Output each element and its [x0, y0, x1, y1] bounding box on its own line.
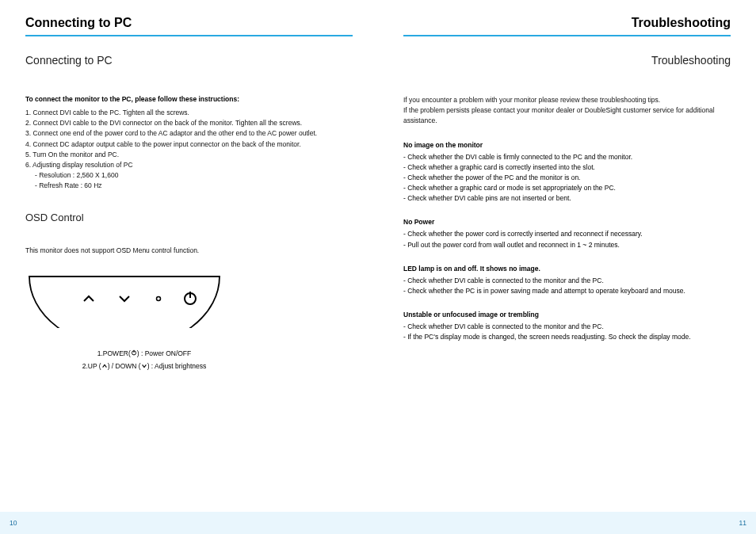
instructions-intro: To connect the monitor to the PC, please… [25, 95, 353, 103]
power-icon [131, 347, 137, 360]
monitor-buttons-illustration [25, 273, 223, 328]
page-footer-right: 11 [378, 512, 756, 534]
tip: - Check whether the power of the PC and … [403, 173, 731, 183]
issue-heading-unstable: Unstable or unfocused image or trembling [403, 311, 731, 318]
right-page: Troubleshooting Troubleshooting If you e… [378, 0, 756, 534]
issue-tips: - Check whether DVI cable is connected t… [403, 322, 731, 342]
issue-heading-no-power: No Power [403, 218, 731, 226]
tip: - Check whether the power cord is correc… [403, 229, 731, 239]
issue-tips: - Check whether the DVI cable is firmly … [403, 152, 731, 204]
tip: - Check whether the DVI cable is firmly … [403, 152, 731, 162]
page-number: 11 [739, 519, 746, 527]
page-number: 10 [10, 519, 17, 527]
step: 6. Adjusting display resolution of PC [25, 160, 353, 170]
issue-tips: - Check whether DVI cable is connected t… [403, 276, 731, 296]
step: 2. Connect DVI cable to the DVI connecto… [25, 118, 353, 128]
legend-power: 1.POWER() : Power ON/OFF [25, 347, 263, 360]
tip: - Check whether a graphic card is correc… [403, 162, 731, 173]
issue-heading-led: LED lamp is on and off. It shows no imag… [403, 265, 731, 273]
svg-point-0 [157, 296, 161, 300]
control-panel-graphic [25, 273, 353, 331]
step: 4. Connect DC adaptor output cable to th… [25, 139, 353, 150]
step: 3. Connect one end of the power cord to … [25, 128, 353, 139]
chevron-up-icon [101, 360, 108, 373]
step: 5. Turn On the monitor and PC. [25, 150, 353, 160]
troubleshooting-intro: If you encounter a problem with your mon… [403, 95, 731, 127]
tip: - Check whether DVI cable is connected t… [403, 276, 731, 286]
osd-note: This monitor does not support OSD Menu c… [25, 246, 353, 256]
button-legend: 1.POWER() : Power ON/OFF 2.UP () / DOWN … [25, 347, 263, 374]
issue-heading-no-image: No image on the monitor [403, 141, 731, 149]
tip: - Check whether a graphic card or mode i… [403, 183, 731, 193]
step: 1. Connect DVI cable to the PC. Tighten … [25, 108, 353, 118]
tip: - Check whether DVI cable is connected t… [403, 322, 731, 332]
page-spread: Connecting to PC Connecting to PC To con… [0, 0, 756, 534]
legend-brightness: 2.UP () / DOWN () : Adjust brightness [25, 360, 263, 373]
osd-heading: OSD Control [25, 212, 353, 223]
tip: - Check whether DVI cable pins are not i… [403, 193, 731, 204]
instruction-steps: 1. Connect DVI cable to the PC. Tighten … [25, 108, 353, 191]
step-detail: - Resolution : 2,560 X 1,600 [25, 170, 353, 181]
step-detail: - Refresh Rate : 60 Hz [25, 181, 353, 191]
tip: - Pull out the power cord from wall outl… [403, 240, 731, 250]
page-footer-left: 10 [0, 512, 378, 534]
section-subhead-connecting: Connecting to PC [25, 54, 353, 67]
tip: - Check whether the PC is in power savin… [403, 286, 731, 296]
issue-tips: - Check whether the power cord is correc… [403, 229, 731, 250]
section-subhead-troubleshooting: Troubleshooting [403, 54, 731, 67]
page-title-right: Troubleshooting [403, 16, 731, 36]
page-title-left: Connecting to PC [25, 16, 353, 36]
chevron-down-icon [141, 360, 147, 373]
tip: - If the PC's display mode is changed, t… [403, 332, 731, 342]
left-page: Connecting to PC Connecting to PC To con… [0, 0, 378, 534]
